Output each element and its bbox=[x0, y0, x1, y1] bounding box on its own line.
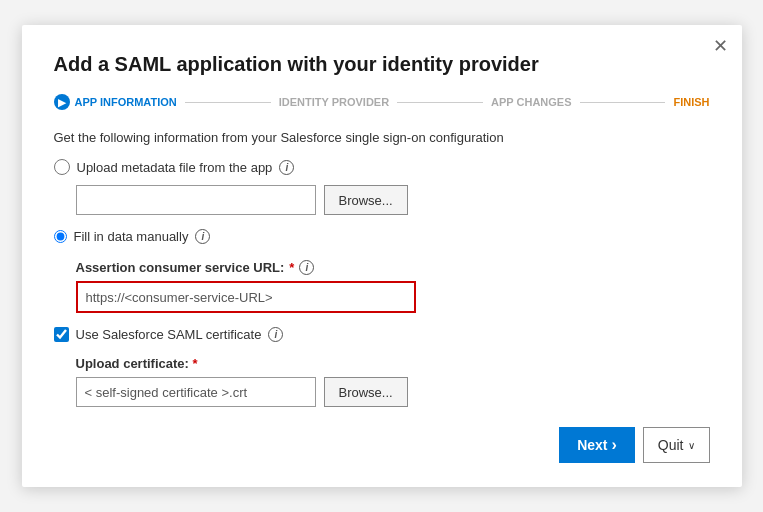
step-line-3 bbox=[580, 102, 666, 103]
manual-radio[interactable] bbox=[54, 230, 67, 243]
step-circle-app-information: ▶ bbox=[54, 94, 70, 110]
upload-browse-button[interactable]: Browse... bbox=[324, 185, 408, 215]
quit-chevron-icon: ∨ bbox=[688, 440, 695, 451]
step-label-identity-provider: IDENTITY PROVIDER bbox=[279, 96, 389, 108]
next-label: Next bbox=[577, 437, 607, 453]
assertion-url-wrapper bbox=[76, 281, 710, 313]
file-upload-row: Browse... bbox=[76, 185, 710, 215]
step-label-finish: FINISH bbox=[673, 96, 709, 108]
assertion-info-icon: i bbox=[299, 260, 314, 275]
next-button[interactable]: Next › bbox=[559, 427, 635, 463]
assertion-required-star: * bbox=[289, 260, 294, 275]
step-line-2 bbox=[397, 102, 483, 103]
cert-required-star: * bbox=[193, 356, 198, 371]
saml-cert-checkbox[interactable] bbox=[54, 327, 69, 342]
close-icon: ✕ bbox=[713, 36, 728, 56]
cert-upload-row: Browse... bbox=[76, 377, 710, 407]
upload-metadata-label[interactable]: Upload metadata file from the app bbox=[77, 160, 273, 175]
cert-browse-button[interactable]: Browse... bbox=[324, 377, 408, 407]
step-app-information: ▶ APP INFORMATION bbox=[54, 94, 177, 110]
next-chevron-icon: › bbox=[611, 436, 616, 454]
step-icon-play: ▶ bbox=[58, 97, 66, 108]
upload-metadata-radio[interactable] bbox=[54, 159, 70, 175]
cert-info-icon: i bbox=[268, 327, 283, 342]
step-app-changes: APP CHANGES bbox=[491, 96, 571, 108]
dialog-footer: Next › Quit ∨ bbox=[54, 427, 710, 463]
saml-cert-label[interactable]: Use Salesforce SAML certificate bbox=[76, 327, 262, 342]
info-text: Get the following information from your … bbox=[54, 130, 710, 145]
stepper: ▶ APP INFORMATION IDENTITY PROVIDER APP … bbox=[54, 94, 710, 110]
assertion-field-label: Assertion consumer service URL: * i bbox=[76, 260, 710, 275]
upload-metadata-radio-row: Upload metadata file from the app i bbox=[54, 159, 710, 175]
step-label-app-changes: APP CHANGES bbox=[491, 96, 571, 108]
saml-dialog: ✕ Add a SAML application with your ident… bbox=[22, 25, 742, 487]
close-button[interactable]: ✕ bbox=[713, 37, 728, 55]
step-line-1 bbox=[185, 102, 271, 103]
dialog-title: Add a SAML application with your identit… bbox=[54, 53, 710, 76]
manual-info-icon: i bbox=[195, 229, 210, 244]
step-finish: FINISH bbox=[673, 96, 709, 108]
saml-cert-checkbox-row: Use Salesforce SAML certificate i bbox=[54, 327, 710, 342]
step-label-app-information: APP INFORMATION bbox=[75, 96, 177, 108]
quit-label: Quit bbox=[658, 437, 684, 453]
file-input[interactable] bbox=[76, 185, 316, 215]
quit-button[interactable]: Quit ∨ bbox=[643, 427, 710, 463]
cert-field-label: Upload certificate: * bbox=[76, 356, 710, 371]
manual-radio-row: Fill in data manually i bbox=[54, 229, 710, 244]
step-identity-provider: IDENTITY PROVIDER bbox=[279, 96, 389, 108]
assertion-url-input[interactable] bbox=[76, 281, 416, 313]
manual-radio-label[interactable]: Fill in data manually bbox=[74, 229, 189, 244]
cert-file-input[interactable] bbox=[76, 377, 316, 407]
assertion-label-text: Assertion consumer service URL: bbox=[76, 260, 285, 275]
cert-label-text: Upload certificate: bbox=[76, 356, 189, 371]
upload-info-icon: i bbox=[279, 160, 294, 175]
